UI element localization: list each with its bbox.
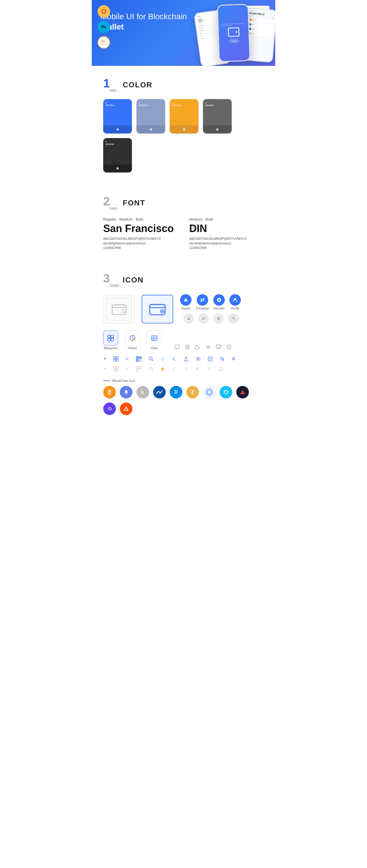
font-din-numbers: 1234567890 — [189, 246, 264, 249]
svg-rect-6 — [150, 305, 165, 308]
icon-title: ICON — [123, 276, 144, 284]
qr-icon-gray — [136, 366, 142, 372]
svg-point-15 — [218, 318, 219, 319]
check-icon-gray: ✓ — [125, 366, 129, 372]
svg-rect-43 — [137, 360, 138, 361]
forward-icon-gray — [206, 366, 211, 372]
order-icon-item: Order — [147, 331, 162, 350]
chat-icon — [216, 344, 221, 350]
plus-icon: + — [103, 355, 107, 362]
utility-icons-gray: + ✓ ★ ✕ i — [103, 366, 264, 372]
svg-rect-17 — [108, 335, 110, 338]
color-dot — [216, 128, 219, 131]
svg-text:i: i — [221, 368, 221, 371]
color-section-header: 1 ONE COLOR — [103, 66, 264, 99]
svg-point-58 — [149, 367, 152, 370]
plus-icon-gray: + — [103, 366, 107, 372]
net-icon — [203, 386, 216, 399]
nav-icons-panel: Assets Exchange Discover — [180, 294, 241, 324]
svg-rect-18 — [111, 335, 114, 338]
svg-rect-46 — [140, 361, 140, 362]
font-title: FONT — [123, 198, 145, 208]
svg-point-30 — [206, 345, 210, 349]
svg-point-11 — [218, 299, 220, 301]
color-dot — [150, 128, 152, 131]
svg-rect-42 — [140, 357, 141, 358]
str-icon — [220, 386, 232, 399]
icons-section: Assets Exchange Discover — [103, 294, 264, 427]
color-title: COLOR — [123, 81, 152, 89]
font-section-header: 2 TWO FONT — [103, 184, 264, 217]
dash-icon: D — [170, 386, 182, 399]
btc-icon: ₿ — [103, 386, 116, 399]
font-sf-numbers: 1234567890 — [103, 246, 178, 249]
order-icon — [147, 331, 162, 345]
color-swatch-steel: #8DA0C8 — [137, 99, 165, 133]
svg-rect-52 — [116, 367, 118, 369]
font-din-uppercase: ABCDEFGHIJKLMNOPQRSTUVWXYZ — [189, 237, 264, 240]
nav-icon-assets: Assets — [180, 294, 192, 310]
info-icon: i — [226, 344, 232, 350]
history-icon — [125, 331, 140, 345]
ltc-icon: Ł — [137, 386, 149, 399]
font-din-name: DIN — [189, 223, 264, 235]
svg-rect-20 — [111, 338, 114, 341]
search-icon — [148, 356, 154, 362]
blockchain-label: BlockChain Icon — [112, 379, 135, 382]
app-icons-row: Mangment History — [103, 331, 264, 350]
svg-marker-13 — [187, 317, 190, 320]
management-icon-item: Mangment — [103, 331, 118, 350]
eth-icon — [120, 386, 133, 399]
main-content: 1 ONE COLOR #3574FA #8DA0C8 #F5A6 — [92, 66, 275, 427]
font-sf-name: San Francisco — [103, 223, 178, 235]
section-3-number: 3 THREE — [103, 273, 118, 287]
profile-icon-gray — [228, 313, 238, 324]
fonts-row: Regular · Medium · Bold San Francisco AB… — [103, 217, 264, 249]
utility-icons-blue: + ✓ ☆ ✕ — [103, 355, 264, 362]
circle-icon — [205, 344, 211, 350]
svg-point-49 — [197, 358, 199, 360]
svg-marker-9 — [184, 298, 188, 301]
color-dot — [116, 167, 119, 169]
svg-rect-35 — [116, 356, 118, 359]
transfer-icon — [219, 356, 225, 362]
font-sf-style: Regular · Medium · Bold — [103, 217, 178, 221]
search-icon-gray — [148, 366, 154, 372]
svg-rect-37 — [116, 359, 118, 361]
stack-icon — [185, 344, 190, 350]
close-icon: ✕ — [231, 356, 236, 362]
svg-marker-61 — [124, 390, 128, 393]
exchange-icon-gray — [198, 313, 209, 324]
svg-rect-27 — [152, 336, 157, 337]
star-icon: ☆ — [160, 356, 165, 362]
svg-point-48 — [149, 357, 152, 360]
upload-icon — [207, 356, 213, 362]
svg-rect-41 — [137, 357, 138, 358]
font-din-lowercase: abcdefghijklmnopqrstuvwxyz — [189, 242, 264, 245]
svg-rect-54 — [116, 369, 118, 371]
svg-rect-28 — [175, 345, 179, 348]
comment-icon — [174, 344, 180, 350]
font-sf-uppercase: ABCDEFGHIJKLMNOPQRSTUVWXYZ — [103, 237, 178, 240]
svg-rect-51 — [114, 367, 116, 369]
blockchain-line — [103, 380, 110, 381]
hero-badges: Ps 60+Screens — [97, 5, 110, 49]
history-icon-item: History — [125, 331, 140, 350]
svg-marker-65 — [240, 390, 245, 394]
screens-badge: 60+Screens — [97, 36, 110, 49]
section-2-number: 2 TWO — [103, 195, 118, 210]
font-sf: Regular · Medium · Bold San Francisco AB… — [103, 217, 178, 249]
svg-rect-34 — [114, 356, 116, 359]
svg-rect-36 — [114, 359, 116, 361]
bat-icon — [120, 402, 133, 415]
svg-rect-50 — [208, 357, 212, 361]
assets-icon — [180, 294, 192, 306]
qr-icon — [136, 356, 142, 362]
svg-text:i: i — [228, 346, 229, 349]
color-swatch-orange: #F5A623 — [170, 99, 198, 133]
assets-icon-gray — [184, 313, 194, 324]
section-1-number: 1 ONE — [103, 78, 118, 92]
nav-icons-inactive — [182, 313, 241, 324]
star-icon-highlight: ★ — [160, 366, 165, 372]
icon-wallet-colored — [142, 295, 173, 323]
